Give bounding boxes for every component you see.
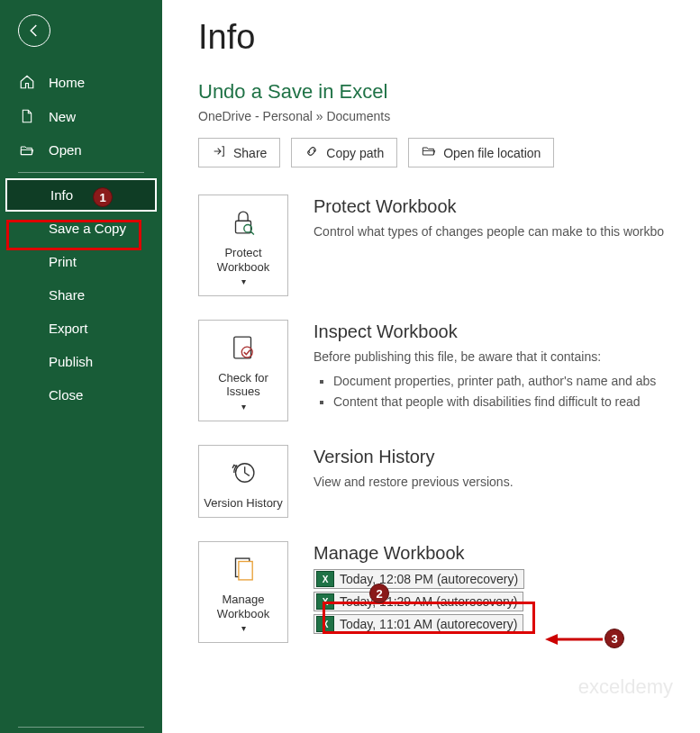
page-title: Info xyxy=(198,18,700,57)
chevron-down-icon: ▾ xyxy=(241,402,246,412)
version-history-button[interactable]: Version History xyxy=(198,445,288,519)
nav-label: Close xyxy=(49,387,83,403)
nav-label: New xyxy=(49,109,76,124)
nav-divider xyxy=(18,727,144,728)
protect-section: Protect Workbook ▾ Protect Workbook Cont… xyxy=(198,195,700,296)
excel-icon: X xyxy=(316,593,334,610)
svg-rect-0 xyxy=(236,221,251,233)
checklist-icon xyxy=(203,330,284,366)
new-icon xyxy=(18,108,36,124)
open-icon xyxy=(18,143,36,158)
desc-text: Before publishing this file, be aware th… xyxy=(314,349,601,364)
sidebar-item-open[interactable]: Open xyxy=(0,133,162,167)
excel-icon: X xyxy=(316,616,334,632)
autorecovery-version[interactable]: X Today, 11:29 AM (autorecovery) xyxy=(314,592,523,611)
chevron-down-icon: ▾ xyxy=(241,276,246,286)
nav-label: Publish xyxy=(49,354,93,369)
folder-open-icon xyxy=(422,144,436,161)
backstage-sidebar: Home New Open Info Save a Copy Print Sha… xyxy=(0,0,162,733)
tool-label: Open file location xyxy=(443,146,541,160)
annotation-arrow xyxy=(543,630,606,648)
nav-label: Info xyxy=(50,187,73,203)
tool-label: Copy path xyxy=(326,146,384,160)
autorecovery-version[interactable]: X Today, 11:01 AM (autorecovery) xyxy=(314,614,523,634)
back-button[interactable] xyxy=(18,14,50,47)
inspect-section: Check for Issues ▾ Inspect Workbook Befo… xyxy=(198,320,700,421)
sidebar-item-print[interactable]: Print xyxy=(0,245,162,278)
version-label: Today, 11:01 AM (autorecovery) xyxy=(340,617,517,631)
document-icon xyxy=(203,551,284,587)
sidebar-item-share[interactable]: Share xyxy=(0,278,162,312)
section-desc: View and restore previous versions. xyxy=(314,473,700,492)
big-btn-label: Protect Workbook xyxy=(203,246,284,274)
nav-label: Print xyxy=(49,254,77,269)
nav-label: Export xyxy=(49,321,87,336)
nav-label: Open xyxy=(49,142,82,158)
section-desc: Control what types of changes people can… xyxy=(314,222,700,241)
annotation-callout-2: 2 xyxy=(369,584,389,603)
nav-divider xyxy=(18,172,144,173)
version-label: Today, 12:08 PM (autorecovery) xyxy=(340,572,518,586)
manage-workbook-section: Manage Workbook ▾ Manage Workbook X Toda… xyxy=(198,541,700,643)
autorecovery-list: X Today, 12:08 PM (autorecovery) X Today… xyxy=(314,569,700,637)
check-for-issues-button[interactable]: Check for Issues ▾ xyxy=(198,320,288,421)
copy-path-button[interactable]: Copy path xyxy=(291,138,397,167)
protect-workbook-button[interactable]: Protect Workbook ▾ xyxy=(198,195,288,296)
big-btn-label: Version History xyxy=(203,496,284,511)
svg-rect-7 xyxy=(239,562,252,580)
big-btn-label: Manage Workbook xyxy=(203,593,284,620)
sidebar-item-info[interactable]: Info xyxy=(5,178,157,212)
breadcrumb: OneDrive - Personal » Documents xyxy=(198,109,700,123)
big-btn-label: Check for Issues xyxy=(203,371,284,399)
sidebar-item-save-copy[interactable]: Save a Copy xyxy=(0,212,162,245)
open-file-location-button[interactable]: Open file location xyxy=(408,138,554,167)
bullet-item: Content that people with disabilities fi… xyxy=(333,393,700,412)
info-toolbar: Share Copy path Open file location xyxy=(198,138,700,167)
nav-label: Share xyxy=(49,287,85,303)
lock-icon xyxy=(203,204,284,240)
section-desc: Before publishing this file, be aware th… xyxy=(314,348,700,412)
history-icon xyxy=(203,455,284,491)
home-icon xyxy=(18,74,36,90)
version-history-section: Version History Version History View and… xyxy=(198,445,700,519)
sidebar-item-home[interactable]: Home xyxy=(0,65,162,99)
share-button[interactable]: Share xyxy=(198,138,280,167)
annotation-callout-1: 1 xyxy=(93,187,113,207)
chevron-down-icon: ▾ xyxy=(241,623,246,633)
share-icon xyxy=(212,144,226,161)
section-title: Inspect Workbook xyxy=(314,321,700,342)
section-title: Manage Workbook xyxy=(314,543,700,564)
main-pane: Info Undo a Save in Excel OneDrive - Per… xyxy=(162,0,700,733)
autorecovery-version[interactable]: X Today, 12:08 PM (autorecovery) xyxy=(314,569,524,589)
link-icon xyxy=(305,144,319,161)
annotation-callout-3: 3 xyxy=(605,629,624,648)
document-title: Undo a Save in Excel xyxy=(198,80,700,104)
tool-label: Share xyxy=(233,146,267,160)
bullet-item: Document properties, printer path, autho… xyxy=(333,372,700,391)
sidebar-item-export[interactable]: Export xyxy=(0,312,162,345)
svg-marker-9 xyxy=(545,634,558,645)
nav-label: Home xyxy=(49,75,85,90)
sidebar-item-close[interactable]: Close xyxy=(0,378,162,412)
version-label: Today, 11:29 AM (autorecovery) xyxy=(340,594,517,609)
nav-label: Save a Copy xyxy=(49,221,126,236)
svg-line-2 xyxy=(251,231,254,234)
sidebar-item-publish[interactable]: Publish xyxy=(0,345,162,378)
section-title: Protect Workbook xyxy=(314,196,700,217)
sidebar-item-new[interactable]: New xyxy=(0,99,162,133)
excel-icon: X xyxy=(316,571,334,587)
section-title: Version History xyxy=(314,447,700,467)
manage-workbook-button[interactable]: Manage Workbook ▾ xyxy=(198,541,288,643)
